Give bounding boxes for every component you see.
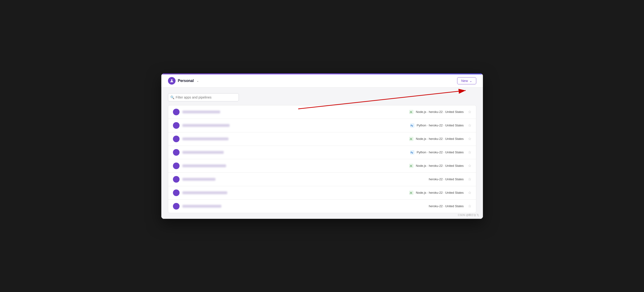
table-row: PyPython · heroku-22 · United States☆ (168, 146, 476, 159)
search-icon: 🔍 (170, 96, 174, 99)
tech-icon: JS (409, 110, 414, 114)
svg-text:JS: JS (410, 138, 412, 140)
app-name-blurred[interactable] (182, 124, 230, 127)
new-button-chevron-icon: ⌄ (470, 79, 472, 83)
filter-input-wrapper: 🔍 (168, 93, 239, 101)
favorite-star-icon[interactable]: ☆ (468, 164, 471, 168)
header: Personal ⌄ New ⌄ (161, 74, 483, 88)
table-row: JSNode.js · heroku-22 · United States☆ (168, 186, 476, 200)
filter-bar: 🔍 (168, 93, 476, 101)
app-name-blurred[interactable] (182, 151, 224, 154)
tech-icon: Py (410, 150, 414, 154)
app-name-blurred[interactable] (182, 191, 227, 194)
svg-text:Py: Py (410, 124, 413, 127)
tech-icon: JS (409, 191, 414, 195)
tech-icon: JS (409, 137, 414, 141)
account-chevron-icon: ⌄ (196, 79, 199, 82)
new-button-label: New (461, 79, 468, 83)
account-name: Personal (178, 79, 194, 83)
app-name-blurred[interactable] (182, 178, 216, 181)
svg-point-0 (171, 80, 172, 81)
filter-input[interactable] (168, 93, 239, 101)
tech-label: Python · heroku-22 · United States (417, 124, 464, 127)
svg-text:JS: JS (410, 111, 412, 113)
favorite-star-icon[interactable]: ☆ (468, 204, 471, 208)
app-name-blurred[interactable] (182, 205, 221, 208)
app-avatar (173, 109, 180, 115)
app-row-left (173, 122, 230, 129)
app-meta: heroku-22 · United States☆ (429, 204, 471, 208)
favorite-star-icon[interactable]: ☆ (468, 190, 471, 195)
app-name-blurred[interactable] (182, 110, 220, 114)
app-avatar (173, 122, 180, 129)
table-row: PyPython · heroku-22 · United States☆ (168, 119, 476, 132)
app-meta: JSNode.js · heroku-22 · United States☆ (409, 110, 471, 114)
favorite-star-icon[interactable]: ☆ (468, 110, 471, 114)
avatar (168, 77, 176, 84)
app-window: Personal ⌄ New ⌄ 🔍 (161, 73, 483, 219)
account-selector[interactable]: Personal ⌄ (168, 77, 199, 84)
app-meta: JSNode.js · heroku-22 · United States☆ (409, 164, 471, 168)
watermark: CSDN @啊仔合飞 (458, 213, 479, 217)
app-row-left (173, 136, 228, 142)
app-row-left (173, 109, 220, 115)
tech-label: Node.js · heroku-22 · United States (416, 191, 464, 194)
svg-text:Py: Py (410, 151, 413, 154)
table-row: JSNode.js · heroku-22 · United States☆ (168, 105, 476, 119)
tech-label: Node.js · heroku-22 · United States (416, 110, 464, 114)
app-meta: heroku-22 · United States☆ (429, 177, 471, 182)
favorite-star-icon[interactable]: ☆ (468, 150, 471, 154)
app-row-left (173, 149, 224, 156)
app-avatar (173, 149, 180, 156)
app-row-left (173, 190, 227, 196)
tech-icon: Py (410, 123, 414, 128)
app-name-blurred[interactable] (182, 138, 228, 140)
apps-list: JSNode.js · heroku-22 · United States☆Py… (168, 105, 476, 213)
app-avatar (173, 136, 180, 142)
table-row: heroku-22 · United States☆ (168, 200, 476, 213)
app-row-left (173, 176, 216, 182)
table-row: JSNode.js · heroku-22 · United States☆ (168, 159, 476, 173)
app-avatar (173, 162, 180, 169)
new-button[interactable]: New ⌄ (457, 77, 476, 84)
app-meta: JSNode.js · heroku-22 · United States☆ (409, 136, 471, 141)
favorite-star-icon[interactable]: ☆ (468, 136, 471, 141)
app-row-left (173, 162, 226, 169)
app-meta: JSNode.js · heroku-22 · United States☆ (409, 190, 471, 195)
stack-label: heroku-22 · United States (429, 178, 464, 181)
tech-icon: JS (409, 164, 414, 168)
stack-label: heroku-22 · United States (429, 204, 464, 208)
table-row: heroku-22 · United States☆ (168, 173, 476, 186)
main-content: 🔍 JSNode.js · heroku-22 · United States☆… (161, 88, 483, 219)
tech-label: Node.js · heroku-22 · United States (416, 137, 464, 140)
app-meta: PyPython · heroku-22 · United States☆ (410, 123, 471, 128)
svg-text:JS: JS (410, 165, 412, 167)
app-row-left (173, 203, 221, 210)
tech-label: Node.js · heroku-22 · United States (416, 164, 464, 168)
tech-label: Python · heroku-22 · United States (417, 150, 464, 154)
table-row: JSNode.js · heroku-22 · United States☆ (168, 132, 476, 146)
app-avatar (173, 176, 180, 182)
app-avatar (173, 190, 180, 196)
favorite-star-icon[interactable]: ☆ (468, 177, 471, 182)
favorite-star-icon[interactable]: ☆ (468, 123, 471, 128)
svg-text:JS: JS (410, 192, 412, 194)
app-name-blurred[interactable] (182, 164, 226, 167)
app-avatar (173, 203, 180, 210)
app-meta: PyPython · heroku-22 · United States☆ (410, 150, 471, 154)
